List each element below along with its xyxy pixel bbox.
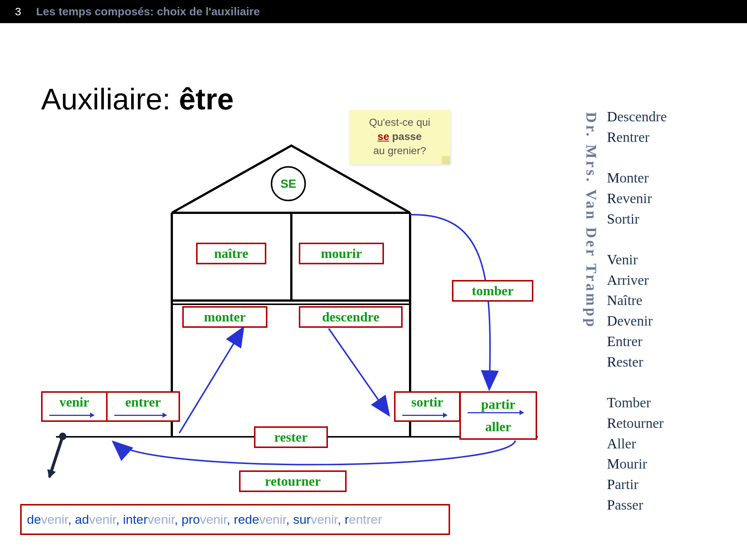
verb-retourner: retourner bbox=[239, 470, 347, 492]
arrow-icon bbox=[468, 412, 524, 413]
mnemonic-item: Descendre bbox=[607, 106, 667, 127]
mnemonic-item bbox=[607, 229, 667, 249]
mnemonic-item: Tomber bbox=[607, 392, 667, 413]
mnemonic-item: Monter bbox=[607, 168, 667, 188]
arrow-icon bbox=[114, 415, 167, 416]
mnemonic-item: Arriver bbox=[607, 270, 667, 290]
verb-rester: rester bbox=[254, 426, 328, 448]
mnemonic-item: Rester bbox=[607, 352, 667, 372]
mnemonic-list: DescendreRentrer MonterRevenirSortir Ven… bbox=[607, 106, 667, 515]
mnemonic-item: Passer bbox=[607, 495, 667, 515]
mnemonic-item: Revenir bbox=[607, 188, 667, 209]
verb-monter: monter bbox=[182, 306, 267, 328]
verb-venir: venir bbox=[41, 391, 108, 422]
slide-header-title: Les temps composés: choix de l'auxiliair… bbox=[36, 5, 260, 18]
arrow-icon bbox=[49, 415, 94, 416]
title-bold: être bbox=[179, 83, 234, 116]
verb-descendre: descendre bbox=[299, 306, 403, 328]
verb-tomber: tomber bbox=[452, 280, 533, 302]
house-diagram: SE naître mourir monter descendre venir … bbox=[30, 131, 560, 541]
verb-naitre: naître bbox=[196, 243, 266, 264]
main-title: Auxiliaire: être bbox=[41, 82, 234, 116]
mnemonic-item: Aller bbox=[607, 433, 667, 454]
title-prefix: Auxiliaire: bbox=[41, 83, 179, 116]
mnemonic-vertical: Dr. Mrs. Van Der Trampp bbox=[583, 112, 600, 329]
slide-header: 3 Les temps composés: choix de l'auxilia… bbox=[0, 0, 747, 23]
mnemonic-item: Venir bbox=[607, 249, 667, 270]
slide-number: 3 bbox=[15, 5, 21, 18]
arrow-icon bbox=[402, 415, 447, 416]
mnemonic-item bbox=[607, 147, 667, 168]
mnemonic-item: Retourner bbox=[607, 413, 667, 433]
verb-sortir: sortir bbox=[394, 391, 461, 422]
svg-line-8 bbox=[329, 329, 388, 414]
mnemonic-item: Naître bbox=[607, 290, 667, 311]
mnemonic-item: Sortir bbox=[607, 209, 667, 229]
sticky-line1: Qu'est-ce qui bbox=[369, 116, 430, 128]
mnemonic-item: Entrer bbox=[607, 331, 667, 352]
se-circle: SE bbox=[271, 166, 306, 201]
verb-entrer: entrer bbox=[106, 391, 180, 422]
mnemonic-item: Rentrer bbox=[607, 127, 667, 147]
derived-verbs: devenir, advenir, intervenir, provenir, … bbox=[20, 504, 450, 535]
mnemonic-item bbox=[607, 372, 667, 392]
mnemonic-item: Mourir bbox=[607, 454, 667, 474]
verb-mourir: mourir bbox=[299, 243, 384, 264]
svg-line-7 bbox=[179, 329, 243, 433]
mnemonic-item: Devenir bbox=[607, 311, 667, 331]
verb-partir-aller: partir aller bbox=[459, 391, 537, 440]
mnemonic-item: Partir bbox=[607, 474, 667, 495]
